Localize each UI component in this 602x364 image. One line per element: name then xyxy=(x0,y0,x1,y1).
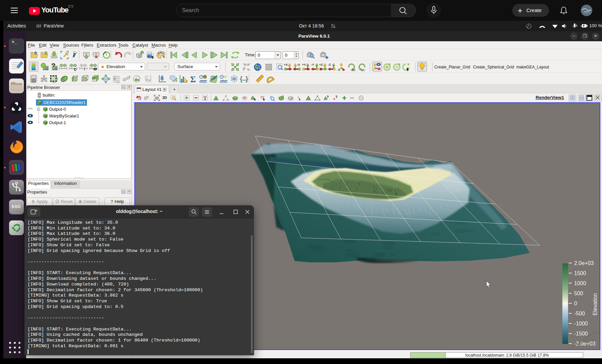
svg-text:0: 0 xyxy=(574,301,577,306)
svg-text:-90: -90 xyxy=(360,68,365,71)
svg-text:c: c xyxy=(74,67,76,71)
svg-text:+Y: +Y xyxy=(302,63,306,66)
svg-text:+90: +90 xyxy=(350,68,355,71)
svg-text:Elevation: Elevation xyxy=(592,293,598,315)
svg-text:-1500: -1500 xyxy=(574,331,588,336)
svg-text:?: ? xyxy=(335,95,338,99)
svg-text:-Y: -Y xyxy=(311,63,314,66)
svg-text:+X: +X xyxy=(284,63,288,66)
svg-text:1000: 1000 xyxy=(574,280,586,286)
svg-text:500: 500 xyxy=(574,291,583,296)
svg-text:-Z: -Z xyxy=(328,63,331,66)
svg-text:Σ: Σ xyxy=(190,74,196,83)
svg-text:t: t xyxy=(84,67,85,71)
svg-text:?: ? xyxy=(327,95,329,99)
svg-text:-X: -X xyxy=(297,63,300,66)
svg-text:-2.0e+03: -2.0e+03 xyxy=(574,341,596,347)
svg-text:{: { xyxy=(240,75,243,83)
svg-text:2.0e+03: 2.0e+03 xyxy=(574,260,594,266)
svg-text:1500: 1500 xyxy=(574,270,586,276)
svg-text:-1000: -1000 xyxy=(574,321,588,326)
svg-text:-500: -500 xyxy=(574,311,585,316)
svg-text:+Z: +Z xyxy=(319,63,323,66)
svg-text:}: } xyxy=(246,75,248,83)
